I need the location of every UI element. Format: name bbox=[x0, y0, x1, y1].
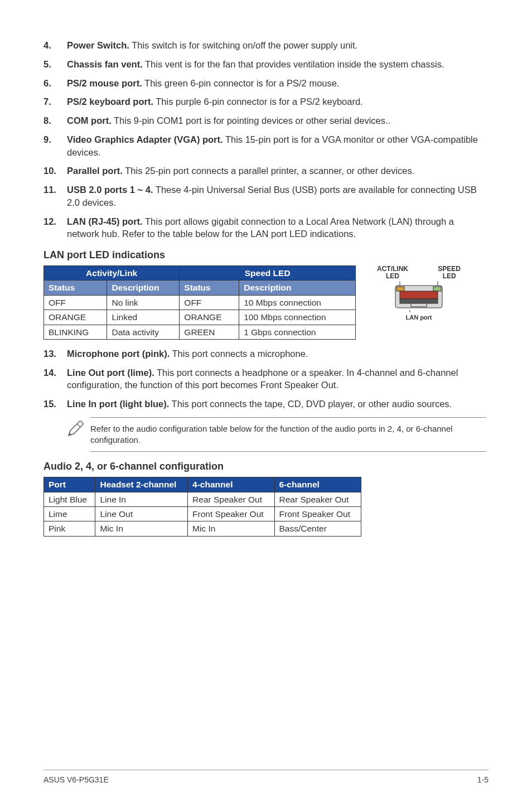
note-row: Refer to the audio configuration table b… bbox=[66, 417, 489, 452]
item-lead: Power Switch. bbox=[67, 40, 129, 50]
svg-rect-5 bbox=[400, 291, 438, 299]
item-body: Line Out port (lime). This port connects… bbox=[67, 366, 489, 392]
item-lead: LAN (RJ-45) port. bbox=[67, 216, 143, 226]
item-number: 10. bbox=[43, 165, 67, 177]
item-body: LAN (RJ-45) port. This port allows gigab… bbox=[67, 215, 489, 241]
item-number: 8. bbox=[43, 114, 67, 127]
lan-port-label: LAN port bbox=[377, 313, 461, 322]
item-lead: Video Graphics Adapter (VGA) port. bbox=[67, 134, 223, 144]
table-row: PinkMic InMic InBass/Center bbox=[44, 521, 361, 536]
table-cell: OFF bbox=[44, 295, 107, 310]
table-sub-header-row: Status Description Status Description bbox=[44, 281, 356, 295]
table-cell: Mic In bbox=[95, 521, 188, 536]
table-cell: BLINKING bbox=[44, 325, 107, 339]
audio-header: Headset 2-channel bbox=[95, 477, 188, 492]
item-body: PS/2 keyboard port. This purple 6-pin co… bbox=[67, 95, 489, 108]
table-cell: ORANGE bbox=[180, 310, 239, 325]
group-header-activity: Activity/Link bbox=[44, 266, 180, 281]
item-number: 15. bbox=[43, 398, 67, 410]
item-body: Power Switch. This switch is for switchi… bbox=[67, 39, 489, 52]
item-lead: Chassis fan vent. bbox=[67, 59, 143, 69]
list-item: 10.Parallel port. This 25-pin port conne… bbox=[43, 165, 489, 177]
table-cell: 1 Gbps connection bbox=[239, 325, 356, 339]
note-text: Refer to the audio configuration table b… bbox=[90, 417, 486, 452]
list-item: 8.COM port. This 9-pin COM1 port is for … bbox=[43, 114, 489, 127]
audio-config-table: Port Headset 2-channel 4-channel 6-chann… bbox=[43, 477, 361, 537]
pencil-note-icon bbox=[66, 417, 90, 442]
item-lead: PS/2 keyboard port. bbox=[67, 96, 153, 107]
item-text: This 9-pin COM1 port is for pointing dev… bbox=[112, 115, 390, 125]
table-row: BLINKINGData activityGREEN1 Gbps connect… bbox=[44, 325, 356, 339]
list-item: 13.Microphone port (pink). This port con… bbox=[43, 347, 489, 360]
table-cell: Rear Speaker Out bbox=[274, 492, 361, 506]
table-cell: 10 Mbps connection bbox=[239, 295, 356, 310]
item-lead: Line Out port (lime). bbox=[67, 368, 154, 378]
item-text: This port connects the tape, CD, DVD pla… bbox=[169, 399, 452, 409]
item-lead: Line In port (light blue). bbox=[67, 399, 169, 409]
table-cell: Rear Speaker Out bbox=[188, 492, 274, 506]
list-item: 4.Power Switch. This switch is for switc… bbox=[43, 39, 489, 52]
table-cell: Pink bbox=[44, 521, 95, 536]
group-header-speed: Speed LED bbox=[180, 266, 356, 281]
table-cell: Bass/Center bbox=[274, 521, 361, 536]
svg-rect-3 bbox=[396, 287, 404, 291]
table-cell: Lime bbox=[44, 507, 95, 521]
led-table: Activity/Link Speed LED Status Descripti… bbox=[43, 265, 356, 340]
item-lead: Parallel port. bbox=[67, 166, 123, 176]
svg-line-9 bbox=[77, 424, 80, 427]
led-section-title: LAN port LED indications bbox=[43, 248, 489, 262]
sub-header: Status bbox=[44, 281, 107, 295]
item-text: This switch is for switching on/off the … bbox=[129, 40, 357, 50]
page-footer: ASUS V6-P5G31E 1-5 bbox=[43, 770, 489, 785]
item-text: This purple 6-pin connector is for a PS/… bbox=[153, 96, 363, 107]
item-number: 9. bbox=[43, 133, 67, 159]
item-body: Chassis fan vent. This vent is for the f… bbox=[67, 58, 489, 71]
lan-port-icon bbox=[392, 281, 446, 312]
item-body: USB 2.0 ports 1 ~ 4. These 4-pin Univers… bbox=[67, 183, 489, 209]
table-cell: Front Speaker Out bbox=[274, 507, 361, 521]
svg-rect-4 bbox=[433, 287, 441, 291]
item-lead: PS/2 mouse port. bbox=[67, 78, 142, 88]
table-cell: Data activity bbox=[107, 325, 180, 339]
table-cell: 100 Mbps connection bbox=[239, 310, 356, 325]
footer-product: ASUS V6-P5G31E bbox=[43, 775, 109, 785]
item-body: COM port. This 9-pin COM1 port is for po… bbox=[67, 114, 489, 127]
table-row: LimeLine OutFront Speaker OutFront Speak… bbox=[44, 507, 361, 521]
list-item: 6.PS/2 mouse port. This green 6-pin conn… bbox=[43, 77, 489, 90]
item-body: Microphone port (pink). This port connec… bbox=[67, 347, 489, 360]
item-number: 14. bbox=[43, 366, 67, 392]
list-item: 11.USB 2.0 ports 1 ~ 4. These 4-pin Univ… bbox=[43, 183, 489, 209]
table-cell: GREEN bbox=[180, 325, 239, 339]
item-lead: USB 2.0 ports 1 ~ 4. bbox=[67, 185, 153, 195]
item-number: 13. bbox=[43, 347, 67, 360]
svg-rect-7 bbox=[411, 303, 427, 307]
list-item: 14.Line Out port (lime). This port conne… bbox=[43, 366, 489, 392]
item-text: This green 6-pin connector is for a PS/2… bbox=[142, 78, 340, 88]
table-cell: Line Out bbox=[95, 507, 188, 521]
footer-page-number: 1-5 bbox=[477, 775, 489, 785]
speed-led-label: LED bbox=[438, 273, 461, 280]
act-link-led-label: LED bbox=[377, 273, 408, 280]
item-body: Line In port (light blue). This port con… bbox=[67, 398, 489, 410]
audio-header: 4-channel bbox=[188, 477, 274, 492]
item-text: This vent is for the fan that provides v… bbox=[143, 59, 444, 69]
led-row: Activity/Link Speed LED Status Descripti… bbox=[43, 265, 489, 340]
table-cell: Front Speaker Out bbox=[188, 507, 274, 521]
audio-header: 6-channel bbox=[274, 477, 361, 492]
item-number: 6. bbox=[43, 77, 67, 90]
audio-header: Port bbox=[44, 477, 95, 492]
content-area: 4.Power Switch. This switch is for switc… bbox=[43, 39, 489, 770]
list-item: 9.Video Graphics Adapter (VGA) port. Thi… bbox=[43, 133, 489, 159]
table-cell: Light Blue bbox=[44, 492, 95, 506]
list-item: 5.Chassis fan vent. This vent is for the… bbox=[43, 58, 489, 71]
table-header-row: Port Headset 2-channel 4-channel 6-chann… bbox=[44, 477, 361, 492]
item-number: 11. bbox=[43, 183, 67, 209]
list-item: 15.Line In port (light blue). This port … bbox=[43, 398, 489, 410]
sub-header: Description bbox=[107, 281, 180, 295]
item-lead: Microphone port (pink). bbox=[67, 349, 170, 359]
svg-rect-6 bbox=[400, 299, 438, 303]
table-group-header-row: Activity/Link Speed LED bbox=[44, 266, 356, 281]
table-cell: Linked bbox=[107, 310, 180, 325]
lan-port-diagram: ACT/LINK LED SPEED LED bbox=[377, 265, 461, 322]
item-number: 12. bbox=[43, 215, 67, 241]
